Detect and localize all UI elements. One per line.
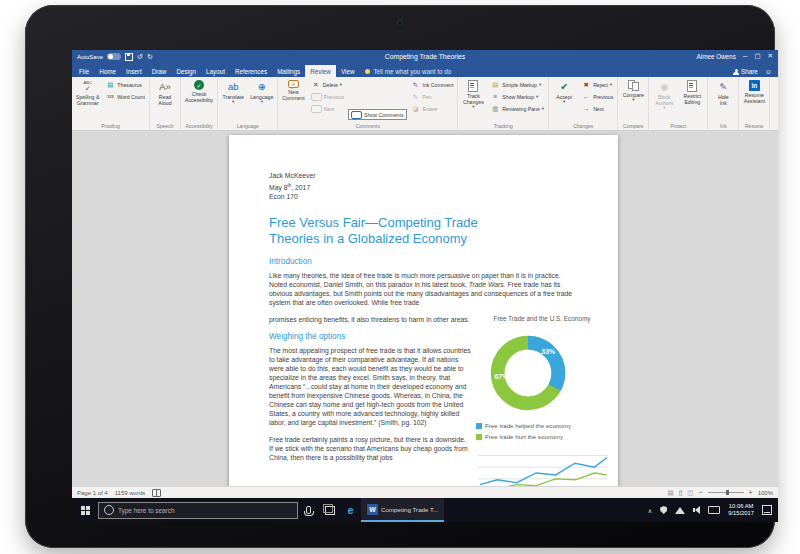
start-button[interactable] [72,498,98,522]
zoom-slider-thumb[interactable] [726,490,729,495]
next-comment-button[interactable]: Next [309,103,346,114]
save-icon[interactable] [125,53,133,61]
reviewing-pane-button[interactable]: ▥Reviewing Pane▾ [488,103,546,114]
simple-markup-icon: ▤ [490,81,500,89]
user-name[interactable]: Aimee Owens [697,53,736,60]
accept-button[interactable]: ✔Accept▾ [551,79,577,122]
thesaurus-button[interactable]: ▤Thesaurus [103,79,147,90]
autosave-toggle[interactable] [107,53,121,60]
ribbon-group-label: Tracking [460,122,546,129]
share-button[interactable]: Share [733,68,758,75]
tell-me[interactable]: Tell me what you want to do [359,65,457,77]
tab-draw[interactable]: Draw [147,65,172,77]
touch-keyboard-icon[interactable] [708,506,720,514]
action-center-icon[interactable] [762,505,772,515]
clock-date: 9/15/2017 [728,510,754,517]
dropdown-icon: ▾ [663,106,665,111]
zoom-slider[interactable] [708,492,744,493]
status-bar: Page 1 of 4 1159 words ▤ ▯ ◫ − + 100% [72,486,778,498]
donut-label-blue: 33% [541,348,555,355]
doc-course: Econ 170 [269,192,578,202]
ink-comment-button[interactable]: ✎Ink Comment [409,79,456,90]
translate-button[interactable]: abTranslate▾ [220,79,246,122]
taskbar: Type here to search e W Competing Trade … [72,498,778,522]
tab-references[interactable]: References [230,65,272,77]
title-bar: AutoSave ↺ ↻ Competing Trade Theories Ai… [72,50,778,63]
tab-insert[interactable]: Insert [121,65,147,77]
chart-title: Free Trade and the U.S. Economy [472,315,612,323]
previous-change-button[interactable]: ←Previous [579,91,615,102]
pen-button[interactable]: ✎Pen [409,91,456,102]
taskbar-word-window[interactable]: W Competing Trade T... [361,498,444,522]
tray-chevron-icon[interactable]: ∧ [648,507,652,514]
ribbon-group-comments: +New Comment✕Delete▾PreviousNextShow Com… [278,77,458,130]
check-accessibility-button[interactable]: ✓Check Accessibility [183,79,215,122]
show-comments-button[interactable]: Show Comments [348,109,407,120]
edge-icon: e [347,505,353,516]
screen: AutoSave ↺ ↻ Competing Trade Theories Ai… [72,50,778,522]
new-comment-button[interactable]: +New Comment [280,79,307,122]
read-mode-icon[interactable]: ▤ [668,489,674,497]
resume-assistant-button[interactable]: inResume Assistant [741,79,767,122]
reject-button[interactable]: ✖Reject▾ [579,79,615,90]
print-layout-icon[interactable]: ▯ [679,489,683,497]
minimize-button[interactable]: ─ [743,53,748,60]
defender-shield-icon[interactable] [660,506,667,514]
tab-layout[interactable]: Layout [201,65,230,77]
block-authors-icon: ◉ [660,80,668,93]
ribbon-group-tracking: Track Changes▾▤Simple Markup▾≡Show Marku… [458,77,549,130]
zoom-out-button[interactable]: − [698,489,702,496]
next-change-button[interactable]: →Next [579,103,615,114]
word-count-status[interactable]: 1159 words [115,490,146,496]
block-authors-button[interactable]: ◉Block Authors▾ [651,79,677,122]
tab-file[interactable]: File [74,65,94,77]
language-button[interactable]: ⊕Language▾ [248,79,275,122]
system-tray: ∧ 10:06 AM 9/15/2017 [648,503,778,517]
ribbon-group-changes: ✔Accept▾✖Reject▾←Previous→NextChanges [549,77,618,130]
eraser-icon: ◪ [411,105,421,113]
feedback-icon[interactable]: ☺ [765,68,772,75]
task-view-button[interactable] [319,498,340,522]
hide-ink-button[interactable]: ✎Hide Ink [710,79,736,122]
wifi-icon[interactable] [675,507,685,514]
microphone-button[interactable] [298,498,319,522]
tab-view[interactable]: View [336,65,360,77]
accept-icon: ✔ [560,80,568,93]
doc-paragraph-3: Free trade certainly paints a rosy pictu… [269,435,471,462]
chart-legend: Free trade helped the economyFree trade … [476,421,612,441]
doc-left-column: promises enticing benefits, it also thre… [269,315,471,462]
edge-button[interactable]: e [340,498,361,522]
previous-comment-button[interactable]: Previous [309,91,346,102]
delete-comment-button[interactable]: ✕Delete▾ [309,79,346,90]
tab-home[interactable]: Home [94,65,121,77]
read-aloud-button[interactable]: A»Read Aloud [152,79,178,122]
maximize-button[interactable]: ▢ [754,53,760,60]
tab-review[interactable]: Review [305,65,336,77]
close-button[interactable]: ✕ [768,53,773,60]
tab-mailings[interactable]: Mailings [272,65,305,77]
spelling-grammar-button[interactable]: ABC✓Spelling & Grammar [74,79,101,122]
restrict-editing-icon [687,80,697,92]
taskbar-search[interactable]: Type here to search [98,502,298,519]
zoom-level[interactable]: 100% [758,490,773,496]
undo-icon[interactable]: ↺ [137,53,143,60]
proofing-status-icon[interactable] [152,489,161,497]
tab-design[interactable]: Design [171,65,201,77]
web-layout-icon[interactable]: ◫ [687,489,693,497]
window-title: Competing Trade Theories [72,53,778,60]
dropdown-icon: ▾ [536,94,538,99]
document-page[interactable]: Jack McKeever May 8th, 2017 Econ 170 Fre… [229,135,618,486]
compare-button[interactable]: Compare▾ [620,79,646,122]
ribbon-group-label: Ink [710,122,736,129]
eraser-button[interactable]: ◪Eraser [409,103,456,114]
taskbar-clock[interactable]: 10:06 AM 9/15/2017 [728,503,754,517]
track-changes-button[interactable]: Track Changes▾ [460,79,486,122]
restrict-editing-button[interactable]: Restrict Editing [679,79,705,122]
zoom-in-button[interactable]: + [749,489,753,496]
show-markup-button[interactable]: ≡Show Markup▾ [488,91,546,102]
page-indicator[interactable]: Page 1 of 4 [77,490,108,496]
simple-markup-button[interactable]: ▤Simple Markup▾ [488,79,546,90]
word-count-button[interactable]: 123Word Count [103,91,147,102]
redo-icon[interactable]: ↻ [147,53,153,60]
volume-icon[interactable] [693,506,700,514]
